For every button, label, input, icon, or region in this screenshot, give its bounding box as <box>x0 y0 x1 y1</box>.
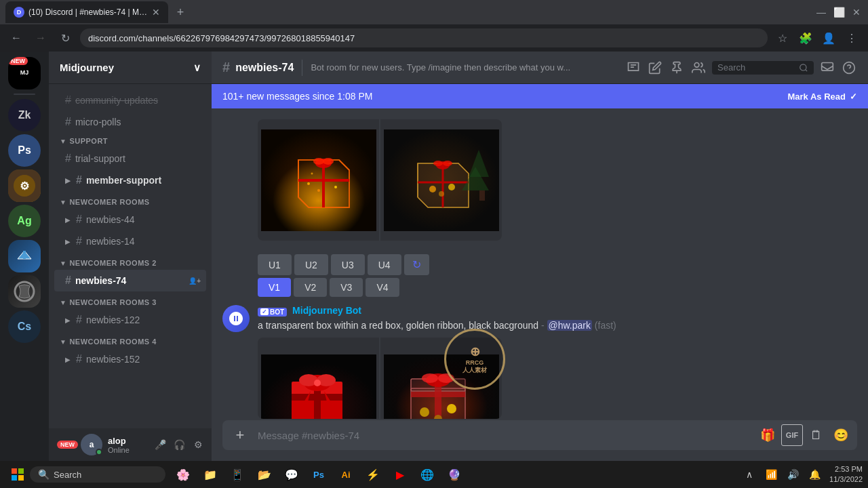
svg-point-58 <box>420 407 429 417</box>
channel-item-micro-polls[interactable]: # micro-polls <box>54 111 206 133</box>
pin-icon[interactable] <box>669 60 685 76</box>
search-box[interactable] <box>712 61 814 75</box>
channel-item-member-support[interactable]: ▶ # member-support <box>54 169 206 191</box>
channel-item-newbies-44[interactable]: ▶ # newbies-44 <box>54 209 206 230</box>
close-button[interactable]: ✕ <box>850 6 863 18</box>
u1-button[interactable]: U1 <box>258 254 292 275</box>
category-newcomer-rooms-3: ▼ NEWCOMER ROOMS 3 ▶ # newbies-122 <box>49 294 212 331</box>
taskbar-folder-icon[interactable]: 📂 <box>252 462 277 487</box>
category-newcomer4-header[interactable]: ▼ NEWCOMER ROOMS 4 <box>49 333 212 348</box>
server-icon-img1[interactable]: ⚙ <box>8 169 41 202</box>
messages-area[interactable]: U1 U2 U3 U4 ↻ V1 V2 V3 V4 <box>212 108 868 420</box>
gift-icon[interactable]: 🎁 <box>757 424 778 446</box>
server-icon-ps[interactable]: Ps <box>8 134 41 167</box>
search-input[interactable] <box>717 62 796 73</box>
help-icon[interactable] <box>841 60 857 76</box>
v2-button[interactable]: V2 <box>294 278 327 297</box>
taskbar-discord-icon[interactable]: 💬 <box>279 462 304 487</box>
settings-button[interactable]: ⚙ <box>190 436 206 453</box>
back-button[interactable]: ← <box>7 28 26 47</box>
refresh-button[interactable]: ↻ <box>404 254 429 275</box>
category-support-header[interactable]: ▼ SUPPORT <box>49 133 212 148</box>
maximize-button[interactable]: ⬜ <box>833 6 845 18</box>
svg-rect-64 <box>18 475 24 481</box>
add-content-button[interactable]: + <box>228 420 252 450</box>
channel-item-newbies-122[interactable]: ▶ # newbies-122 <box>54 309 206 331</box>
taskbar-widget-icon[interactable]: 🌸 <box>171 462 195 487</box>
new-tab-button[interactable]: + <box>171 3 190 22</box>
taskbar-youtube-icon[interactable]: ▶ <box>388 462 412 487</box>
taskbar-files-icon[interactable]: 📁 <box>198 462 222 487</box>
mute-button[interactable]: 🎤 <box>152 436 168 453</box>
taskbar-app1-icon[interactable]: ⚡ <box>361 462 385 487</box>
server-icon-ball[interactable] <box>8 275 41 308</box>
svg-text:⚙: ⚙ <box>20 180 29 192</box>
server-icon-boat[interactable] <box>8 240 41 272</box>
u3-button[interactable]: U3 <box>331 254 365 275</box>
taskbar-app2-icon[interactable]: 🔮 <box>442 462 467 487</box>
minimize-button[interactable]: — <box>815 6 827 18</box>
discord-app: MJ NEW Zk Ps ⚙ Ag Cs Midjourney ∨ # comm… <box>0 52 868 461</box>
sticker-icon[interactable]: 🗒 <box>806 424 827 446</box>
server-icon-zk[interactable]: Zk <box>8 99 41 131</box>
tab-title: (10) Discord | #newbies-74 | Mid... <box>28 7 148 17</box>
show-hidden-icon[interactable]: ∧ <box>740 465 759 484</box>
server-icon-ag[interactable]: Ag <box>8 205 41 237</box>
thread-icon[interactable] <box>625 60 642 76</box>
v3-button[interactable]: V3 <box>330 278 363 297</box>
server-header[interactable]: Midjourney ∨ <box>49 52 212 84</box>
address-bar-container: ← → ↻ discord.com/channels/6622679769842… <box>0 24 868 52</box>
category-newcomer-rooms-4: ▼ NEWCOMER ROOMS 4 ▶ # newbies-152 <box>49 333 212 370</box>
close-tab-button[interactable]: ✕ <box>152 7 160 18</box>
u2-button[interactable]: U2 <box>294 254 328 275</box>
server-icon-cs[interactable]: Cs <box>8 310 41 343</box>
gif-button[interactable]: GIF <box>781 424 803 446</box>
category-newcomer-header[interactable]: ▼ NEWCOMER ROOMS <box>49 194 212 209</box>
volume-icon[interactable]: 🔊 <box>783 465 802 484</box>
inbox-icon[interactable] <box>819 60 835 76</box>
channel-item-newbies-14[interactable]: ▶ # newbies-14 <box>54 230 206 252</box>
v4-button[interactable]: V4 <box>366 278 399 297</box>
active-tab[interactable]: D (10) Discord | #newbies-74 | Mid... ✕ <box>5 1 168 23</box>
edit-icon[interactable] <box>647 60 663 76</box>
url-bar[interactable]: discord.com/channels/662267976984297473/… <box>80 28 768 47</box>
profile-icon[interactable]: 👤 <box>819 28 838 47</box>
channel-item-newbies-74[interactable]: # newbies-74 👤+ <box>54 270 206 291</box>
deafen-button[interactable]: 🎧 <box>171 436 187 453</box>
taskbar-ps-icon[interactable]: Ps <box>307 462 331 487</box>
channel-item-newbies-152[interactable]: ▶ # newbies-152 <box>54 348 206 370</box>
members-icon[interactable] <box>690 60 707 76</box>
extension-icon[interactable]: 🧩 <box>796 28 815 47</box>
start-button[interactable] <box>5 462 30 487</box>
bookmark-icon[interactable]: ☆ <box>773 28 792 47</box>
svg-rect-39 <box>479 190 485 201</box>
message-group-2: ✓ BOT Midjourney Bot a transparent box w… <box>222 305 857 419</box>
svg-point-60 <box>447 404 456 413</box>
reload-button[interactable]: ↻ <box>56 28 75 47</box>
notification-icon[interactable]: 🔔 <box>805 465 824 484</box>
channel-item-community[interactable]: # community-updates <box>54 89 206 111</box>
user-mention: @hw.park <box>547 320 592 331</box>
taskbar-whatsapp-icon[interactable]: 📱 <box>225 462 250 487</box>
taskbar-search-button[interactable]: 🔍 Search <box>30 466 165 483</box>
channel-item-trial-support[interactable]: # trial-support <box>54 148 206 169</box>
message-header: ✓ BOT Midjourney Bot <box>258 305 857 317</box>
emoji-icon[interactable]: 😊 <box>830 424 852 446</box>
taskbar-ai-icon[interactable]: Ai <box>334 462 358 487</box>
forward-button[interactable]: → <box>31 28 50 47</box>
server-icon-midjourney[interactable]: MJ NEW <box>8 57 41 89</box>
taskbar-chrome-icon[interactable]: 🌐 <box>415 462 439 487</box>
menu-button[interactable]: ⋮ <box>842 28 861 47</box>
expand-arrow-icon: ▶ <box>65 317 71 324</box>
mark-read-button[interactable]: Mark As Read ✓ <box>788 92 858 102</box>
channel-hash-icon: # <box>65 116 71 128</box>
expand-arrow-icon: ▶ <box>65 238 71 245</box>
date-display: 11/3/2022 <box>829 474 863 485</box>
v1-button[interactable]: V1 <box>258 278 291 297</box>
category-newcomer2-header[interactable]: ▼ NEWCOMER ROOMS 2 <box>49 255 212 270</box>
u4-button[interactable]: U4 <box>368 254 401 275</box>
network-icon[interactable]: 📶 <box>762 465 781 484</box>
user-status: Online <box>108 446 146 454</box>
category-newcomer3-header[interactable]: ▼ NEWCOMER ROOMS 3 <box>49 294 212 309</box>
message-input[interactable] <box>258 422 751 449</box>
